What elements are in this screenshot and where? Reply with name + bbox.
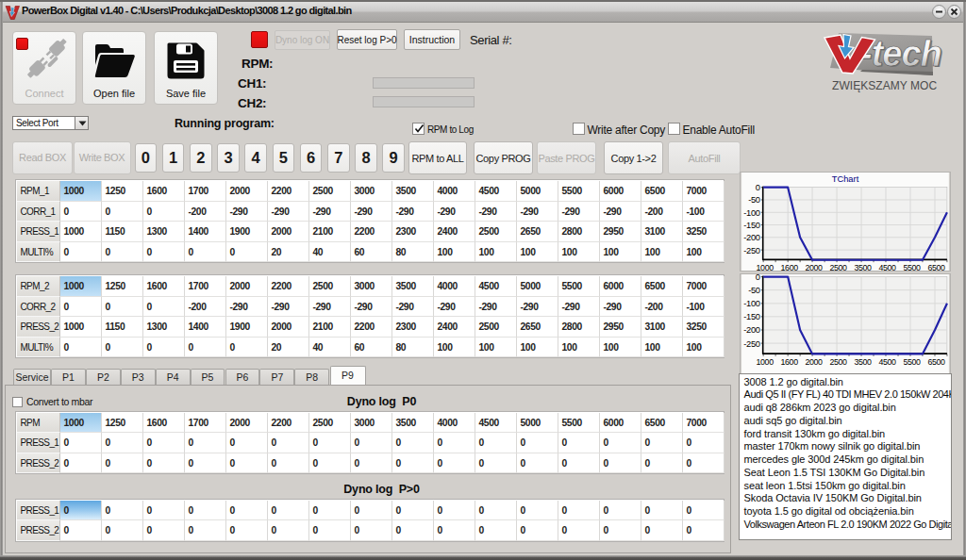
- svg-text:1600: 1600: [781, 357, 799, 367]
- svg-text:4500: 4500: [878, 357, 896, 367]
- svg-text:-150: -150: [743, 221, 760, 230]
- svg-text:-250: -250: [743, 339, 760, 349]
- svg-text:4500: 4500: [878, 263, 896, 272]
- svg-text:2500: 2500: [830, 357, 848, 367]
- svg-text:-100: -100: [743, 299, 760, 308]
- svg-text:2000: 2000: [805, 357, 823, 367]
- svg-text:TChart: TChart: [832, 174, 859, 184]
- svg-text:2000: 2000: [806, 263, 824, 272]
- svg-text:2500: 2500: [830, 263, 848, 272]
- svg-text:-50: -50: [748, 286, 760, 295]
- svg-text:6500: 6500: [927, 357, 945, 367]
- svg-text:6500: 6500: [927, 263, 945, 272]
- svg-text:3500: 3500: [855, 357, 873, 367]
- svg-text:-200: -200: [743, 233, 760, 242]
- svg-text:-200: -200: [743, 325, 760, 335]
- svg-text:-100: -100: [743, 208, 760, 218]
- svg-text:3500: 3500: [855, 263, 873, 272]
- svg-text:1000: 1000: [757, 357, 774, 367]
- svg-text:0: 0: [756, 273, 760, 282]
- svg-text:-250: -250: [743, 246, 760, 255]
- svg-text:0: 0: [756, 183, 760, 192]
- svg-text:-50: -50: [748, 195, 760, 205]
- svg-text:5500: 5500: [903, 263, 921, 272]
- svg-text:1600: 1600: [781, 263, 799, 272]
- svg-text:-150: -150: [743, 312, 760, 321]
- svg-text:1000: 1000: [757, 263, 774, 272]
- svg-text:5500: 5500: [903, 357, 921, 367]
